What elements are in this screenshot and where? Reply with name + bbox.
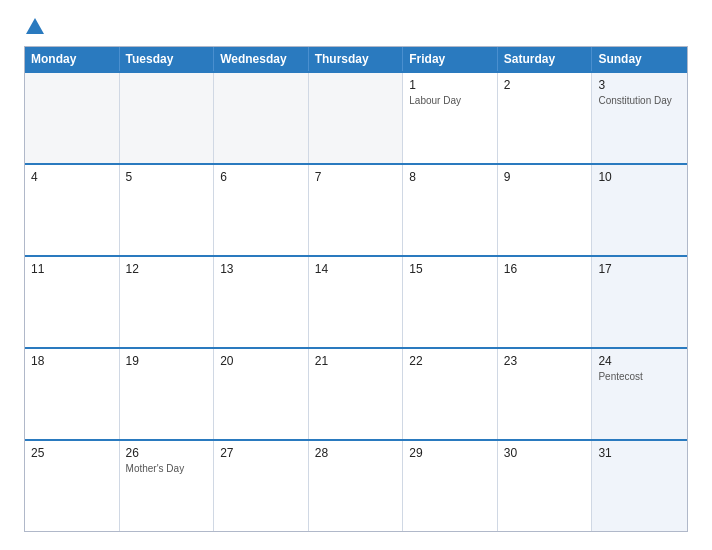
- cal-cell-3-5: 15: [403, 257, 498, 347]
- day-number: 26: [126, 446, 208, 460]
- cal-cell-5-1: 25: [25, 441, 120, 531]
- cal-cell-4-7: 24Pentecost: [592, 349, 687, 439]
- day-number: 10: [598, 170, 681, 184]
- cal-cell-5-4: 28: [309, 441, 404, 531]
- cal-cell-2-1: 4: [25, 165, 120, 255]
- cal-cell-1-1: [25, 73, 120, 163]
- cal-cell-3-7: 17: [592, 257, 687, 347]
- day-number: 5: [126, 170, 208, 184]
- day-number: 2: [504, 78, 586, 92]
- calendar-table: Monday Tuesday Wednesday Thursday Friday…: [24, 46, 688, 532]
- day-number: 12: [126, 262, 208, 276]
- day-number: 15: [409, 262, 491, 276]
- day-number: 30: [504, 446, 586, 460]
- col-thursday: Thursday: [309, 47, 404, 71]
- cal-cell-4-1: 18: [25, 349, 120, 439]
- day-number: 3: [598, 78, 681, 92]
- day-number: 7: [315, 170, 397, 184]
- cal-cell-5-5: 29: [403, 441, 498, 531]
- cal-cell-5-7: 31: [592, 441, 687, 531]
- cal-cell-4-3: 20: [214, 349, 309, 439]
- day-number: 6: [220, 170, 302, 184]
- day-number: 25: [31, 446, 113, 460]
- day-number: 29: [409, 446, 491, 460]
- day-number: 14: [315, 262, 397, 276]
- cal-cell-2-2: 5: [120, 165, 215, 255]
- cal-cell-3-6: 16: [498, 257, 593, 347]
- day-number: 24: [598, 354, 681, 368]
- day-number: 23: [504, 354, 586, 368]
- event-label: Pentecost: [598, 370, 681, 383]
- cal-cell-3-1: 11: [25, 257, 120, 347]
- day-number: 1: [409, 78, 491, 92]
- col-tuesday: Tuesday: [120, 47, 215, 71]
- calendar-page: Monday Tuesday Wednesday Thursday Friday…: [0, 0, 712, 550]
- cal-cell-3-4: 14: [309, 257, 404, 347]
- cal-cell-1-4: [309, 73, 404, 163]
- col-friday: Friday: [403, 47, 498, 71]
- day-number: 27: [220, 446, 302, 460]
- cal-cell-2-6: 9: [498, 165, 593, 255]
- day-number: 11: [31, 262, 113, 276]
- day-number: 13: [220, 262, 302, 276]
- cal-cell-5-6: 30: [498, 441, 593, 531]
- calendar-week-2: 45678910: [25, 163, 687, 255]
- cal-cell-2-5: 8: [403, 165, 498, 255]
- day-number: 9: [504, 170, 586, 184]
- cal-cell-2-4: 7: [309, 165, 404, 255]
- cal-cell-1-6: 2: [498, 73, 593, 163]
- cal-cell-1-3: [214, 73, 309, 163]
- cal-cell-2-7: 10: [592, 165, 687, 255]
- day-number: 28: [315, 446, 397, 460]
- col-saturday: Saturday: [498, 47, 593, 71]
- calendar-week-1: 1Labour Day23Constitution Day: [25, 71, 687, 163]
- event-label: Constitution Day: [598, 94, 681, 107]
- cal-cell-4-2: 19: [120, 349, 215, 439]
- logo: [24, 18, 44, 36]
- cal-cell-3-3: 13: [214, 257, 309, 347]
- calendar-week-5: 2526Mother's Day2728293031: [25, 439, 687, 531]
- cal-cell-4-6: 23: [498, 349, 593, 439]
- day-number: 20: [220, 354, 302, 368]
- day-number: 4: [31, 170, 113, 184]
- logo-triangle-icon: [26, 18, 44, 34]
- cal-cell-5-2: 26Mother's Day: [120, 441, 215, 531]
- header: [24, 18, 688, 36]
- day-number: 31: [598, 446, 681, 460]
- col-monday: Monday: [25, 47, 120, 71]
- cal-cell-4-4: 21: [309, 349, 404, 439]
- event-label: Labour Day: [409, 94, 491, 107]
- day-number: 22: [409, 354, 491, 368]
- col-sunday: Sunday: [592, 47, 687, 71]
- event-label: Mother's Day: [126, 462, 208, 475]
- calendar-week-3: 11121314151617: [25, 255, 687, 347]
- calendar-body: 1Labour Day23Constitution Day45678910111…: [25, 71, 687, 531]
- cal-cell-3-2: 12: [120, 257, 215, 347]
- logo-text: [24, 18, 44, 36]
- cal-cell-2-3: 6: [214, 165, 309, 255]
- day-number: 19: [126, 354, 208, 368]
- calendar-header-row: Monday Tuesday Wednesday Thursday Friday…: [25, 47, 687, 71]
- day-number: 8: [409, 170, 491, 184]
- day-number: 18: [31, 354, 113, 368]
- day-number: 21: [315, 354, 397, 368]
- cal-cell-1-2: [120, 73, 215, 163]
- cal-cell-1-7: 3Constitution Day: [592, 73, 687, 163]
- col-wednesday: Wednesday: [214, 47, 309, 71]
- cal-cell-1-5: 1Labour Day: [403, 73, 498, 163]
- cal-cell-4-5: 22: [403, 349, 498, 439]
- day-number: 16: [504, 262, 586, 276]
- day-number: 17: [598, 262, 681, 276]
- cal-cell-5-3: 27: [214, 441, 309, 531]
- calendar-week-4: 18192021222324Pentecost: [25, 347, 687, 439]
